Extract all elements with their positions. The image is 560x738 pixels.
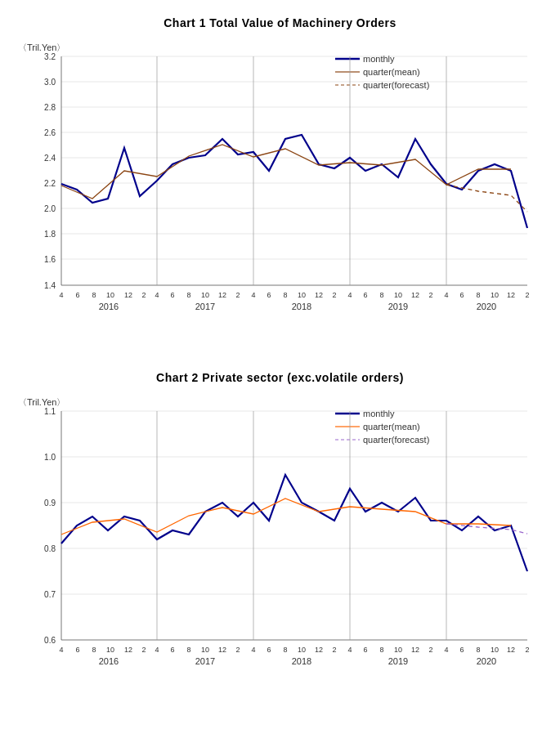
svg-text:6: 6 — [170, 291, 174, 299]
svg-text:2: 2 — [332, 291, 336, 299]
chart1-x-m3: 10 — [106, 291, 114, 299]
svg-text:10: 10 — [298, 291, 306, 299]
svg-text:4: 4 — [59, 646, 63, 654]
svg-text:12: 12 — [315, 291, 323, 299]
chart2-y-09: 0.9 — [44, 499, 56, 508]
chart1-x-m5: 2 — [141, 291, 146, 299]
chart2-year-2020: 2020 — [477, 656, 496, 666]
chart1-unit: 〈Tril.Yen〉 — [18, 42, 65, 52]
svg-text:2: 2 — [332, 646, 336, 654]
chart1-y-14: 1.4 — [44, 281, 56, 290]
svg-text:2: 2 — [235, 646, 240, 654]
svg-text:12: 12 — [218, 646, 226, 654]
chart1-x-m4: 12 — [124, 291, 132, 299]
svg-text:4: 4 — [347, 646, 352, 654]
svg-text:8: 8 — [186, 291, 190, 299]
svg-text:6: 6 — [363, 291, 367, 299]
chart1-y-22: 2.2 — [44, 179, 56, 188]
svg-text:6: 6 — [459, 291, 464, 299]
svg-text:10: 10 — [491, 291, 499, 299]
chart1-year-2017: 2017 — [195, 302, 215, 311]
svg-text:8: 8 — [283, 291, 287, 299]
chart1-y-32: 3.2 — [44, 52, 56, 61]
svg-text:2: 2 — [428, 646, 432, 654]
svg-text:10: 10 — [106, 646, 114, 654]
chart2-y-11: 1.1 — [44, 407, 56, 416]
svg-text:4: 4 — [444, 291, 448, 299]
svg-text:6: 6 — [459, 646, 464, 654]
chart2-year-2019: 2019 — [388, 656, 408, 666]
chart2-container: Chart 2 Private sector (exc.volatile ord… — [0, 363, 560, 709]
chart1-y-28: 2.8 — [44, 103, 56, 112]
svg-text:8: 8 — [476, 291, 480, 299]
svg-text:10: 10 — [394, 291, 402, 299]
chart1-year-2016: 2016 — [99, 302, 119, 311]
svg-text:10: 10 — [491, 646, 499, 654]
chart1-year-2018: 2018 — [292, 302, 311, 311]
svg-text:12: 12 — [507, 646, 515, 654]
svg-text:2: 2 — [235, 291, 240, 299]
svg-text:2: 2 — [525, 646, 529, 654]
svg-text:12: 12 — [124, 646, 132, 654]
chart2-legend-quarter-forecast: quarter(forecast) — [363, 435, 429, 445]
chart2-y-07: 0.7 — [44, 590, 56, 599]
svg-text:12: 12 — [411, 291, 419, 299]
chart1-y-30: 3.0 — [44, 78, 56, 87]
chart1-svg: 〈Tril.Yen〉 monthly quarter(mean) quarter… — [16, 36, 544, 338]
chart1-year-2020: 2020 — [477, 302, 496, 311]
chart1-y-16: 1.6 — [44, 255, 56, 264]
page: Chart 1 Total Value of Machinery Orders … — [0, 0, 560, 726]
chart1-area: 〈Tril.Yen〉 monthly quarter(mean) quarter… — [16, 36, 544, 338]
svg-text:8: 8 — [379, 291, 383, 299]
svg-text:4: 4 — [251, 646, 255, 654]
svg-text:8: 8 — [186, 646, 190, 654]
chart2-area: 〈Tril.Yen〉 monthly quarter(mean) quarter… — [16, 391, 544, 693]
chart1-container: Chart 1 Total Value of Machinery Orders … — [0, 8, 560, 355]
svg-text:8: 8 — [379, 646, 383, 654]
chart2-svg: 〈Tril.Yen〉 monthly quarter(mean) quarter… — [16, 391, 544, 693]
chart1-legend-monthly: monthly — [363, 54, 395, 64]
svg-text:2: 2 — [141, 646, 146, 654]
chart2-title: Chart 2 Private sector (exc.volatile ord… — [16, 371, 544, 384]
chart1-title: Chart 1 Total Value of Machinery Orders — [16, 16, 544, 29]
chart1-x-m2: 8 — [92, 291, 96, 299]
svg-text:12: 12 — [315, 646, 323, 654]
svg-text:6: 6 — [267, 291, 271, 299]
chart1-y-20: 2.0 — [44, 204, 56, 213]
chart1-y-18: 1.8 — [44, 230, 56, 239]
chart2-year-2018: 2018 — [292, 656, 311, 666]
svg-text:4: 4 — [251, 291, 255, 299]
svg-text:4: 4 — [347, 291, 352, 299]
svg-text:4: 4 — [444, 646, 448, 654]
chart1-x-m0: 4 — [59, 291, 63, 299]
svg-text:8: 8 — [283, 646, 287, 654]
svg-text:12: 12 — [507, 291, 515, 299]
chart1-year-2019: 2019 — [388, 302, 408, 311]
chart2-y-08: 0.8 — [44, 544, 56, 553]
svg-text:8: 8 — [476, 646, 480, 654]
chart2-legend-monthly: monthly — [363, 409, 395, 418]
svg-text:8: 8 — [92, 646, 96, 654]
chart1-y-24: 2.4 — [44, 154, 56, 163]
chart2-y-06: 0.6 — [44, 636, 56, 645]
chart1-monthly-line — [61, 135, 527, 228]
chart2-unit: 〈Tril.Yen〉 — [18, 397, 65, 407]
svg-text:12: 12 — [411, 646, 419, 654]
chart1-legend-quarter-mean: quarter(mean) — [363, 67, 420, 77]
chart1-x-m1: 6 — [75, 291, 79, 299]
chart2-year-2016: 2016 — [99, 656, 119, 666]
svg-text:12: 12 — [218, 291, 226, 299]
chart2-year-2017: 2017 — [195, 656, 215, 666]
chart2-legend-quarter-mean: quarter(mean) — [363, 422, 420, 432]
svg-text:2: 2 — [525, 291, 529, 299]
svg-text:10: 10 — [298, 646, 306, 654]
chart1-quarter-mean-line — [61, 145, 511, 199]
chart2-y-10: 1.0 — [44, 453, 56, 462]
svg-text:10: 10 — [201, 646, 209, 654]
chart2-quarter-mean-line — [61, 499, 511, 534]
svg-text:6: 6 — [267, 646, 271, 654]
svg-text:6: 6 — [363, 646, 367, 654]
svg-text:4: 4 — [155, 646, 159, 654]
svg-text:4: 4 — [155, 291, 159, 299]
svg-text:2: 2 — [428, 291, 432, 299]
